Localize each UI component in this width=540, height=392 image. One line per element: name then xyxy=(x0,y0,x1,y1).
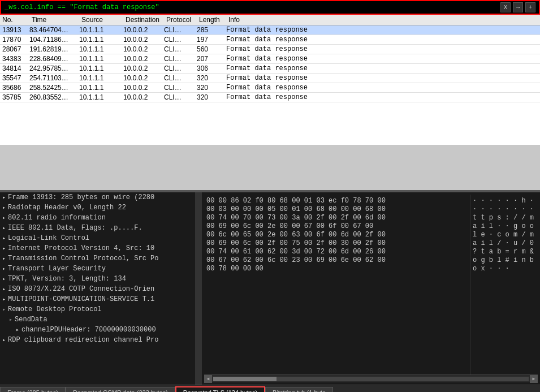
packet-details-panel: ▸Frame 13913: 285 bytes on wire (2280▸Ra… xyxy=(0,192,202,385)
ascii-line: o x · · · xyxy=(473,265,535,273)
expand-arrow: ▸ xyxy=(2,255,6,262)
status-tab[interactable]: Frame (285 bytes) xyxy=(0,387,66,392)
col-header-length: Length xyxy=(197,16,226,24)
expand-arrow: ▸ xyxy=(2,225,6,231)
packet-len: 306 xyxy=(197,64,226,72)
packet-dst: 10.0.0.2 xyxy=(123,64,164,72)
packet-row[interactable]: 17870 104.71186… 10.1.1.1 10.0.0.2 CLI… … xyxy=(0,35,540,45)
expand-arrow: ▸ xyxy=(2,235,6,242)
hex-line: 00 03 00 00 00 05 00 01 00 68 00 00 00 6… xyxy=(206,205,468,213)
packet-no: 13913 xyxy=(0,26,29,34)
detail-text: RDP clipboard redirection channel Pro xyxy=(8,336,158,344)
packet-row[interactable]: 34383 228.68409… 10.1.1.1 10.0.0.2 CLI… … xyxy=(0,54,540,64)
detail-item[interactable]: ▸Frame 13913: 285 bytes on wire (2280 xyxy=(0,192,195,203)
hex-bytes: 00 67 00 62 00 6c 00 23 00 69 00 6e 00 6… xyxy=(206,256,386,264)
horizontal-scrollbar[interactable]: ◀ ▶ xyxy=(204,374,538,382)
packet-src: 10.1.1.1 xyxy=(79,74,123,82)
packet-info: Format data response xyxy=(226,93,540,101)
packet-info: Format data response xyxy=(226,36,540,44)
hex-line: 00 67 00 62 00 6c 00 23 00 69 00 6e 00 6… xyxy=(206,256,468,264)
hex-bytes: 00 00 86 02 f0 80 68 00 01 03 ec f0 78 7… xyxy=(206,197,386,205)
scroll-track[interactable] xyxy=(213,377,529,381)
packet-time: 191.62819… xyxy=(29,45,79,53)
packet-row[interactable]: 35547 254.71103… 10.1.1.1 10.0.0.2 CLI… … xyxy=(0,74,540,83)
detail-item[interactable]: ▸ISO 8073/X.224 COTP Connection-Orien xyxy=(0,284,195,294)
hex-bytes: 00 03 00 00 00 05 00 01 00 68 00 00 00 6… xyxy=(206,205,386,213)
col-header-protocol: Protocol xyxy=(164,16,197,24)
packet-proto: CLI… xyxy=(164,45,197,53)
details-scrollbar[interactable] xyxy=(195,192,202,385)
packet-info: Format data response xyxy=(226,64,540,72)
packet-time: 242.95785… xyxy=(29,64,79,72)
detail-item[interactable]: ▸channelPDUHeader: 700000000030000 xyxy=(0,325,195,335)
hex-ascii-wrapper: 00 00 86 02 f0 80 68 00 01 03 ec f0 78 7… xyxy=(204,195,538,374)
hex-bytes: 00 69 00 6c 00 2e 00 00 67 00 6f 00 67 0… xyxy=(206,222,373,230)
detail-item[interactable]: ▸Internet Protocol Version 4, Src: 10 xyxy=(0,243,195,253)
packet-info: Format data response xyxy=(226,26,540,34)
col-header-time: Time xyxy=(29,16,79,24)
packet-len: 320 xyxy=(197,74,226,82)
detail-item[interactable]: ▸Transport Layer Security xyxy=(0,264,195,274)
packet-src: 10.1.1.1 xyxy=(79,93,123,101)
packet-row[interactable]: 28067 191.62819… 10.1.1.1 10.0.0.2 CLI… … xyxy=(0,45,540,54)
filter-arrow-button[interactable]: → xyxy=(513,2,523,12)
detail-item[interactable]: ▸TPKT, Version: 3, Length: 134 xyxy=(0,274,195,284)
packet-len: 197 xyxy=(197,36,226,44)
detail-text: Transmission Control Protocol, Src Po xyxy=(8,255,158,262)
packet-len: 320 xyxy=(197,93,226,101)
packet-dst: 10.0.0.2 xyxy=(123,26,164,34)
packet-proto: CLI… xyxy=(164,93,197,101)
packet-info: Format data response xyxy=(226,45,540,53)
packet-time: 260.83552… xyxy=(29,93,79,101)
packet-row[interactable]: 34814 242.95785… 10.1.1.1 10.0.0.2 CLI… … xyxy=(0,64,540,74)
hex-line: 00 74 00 61 00 62 00 3d 00 72 00 6d 00 2… xyxy=(206,248,468,256)
detail-text: IEEE 802.11 Data, Flags: .p....F. xyxy=(8,224,142,232)
packet-time: 104.71186… xyxy=(29,36,79,44)
scroll-left-arrow[interactable]: ◀ xyxy=(204,375,212,383)
packet-no: 28067 xyxy=(0,45,29,53)
packet-info: Format data response xyxy=(226,55,540,63)
packet-info: Format data response xyxy=(226,84,540,92)
ascii-line: o g b l # i n b xyxy=(473,256,535,264)
packet-proto: CLI… xyxy=(164,55,197,63)
packet-len: 285 xyxy=(197,26,226,34)
packet-rows-container: 13913 83.464704… 10.1.1.1 10.0.0.2 CLI… … xyxy=(0,25,540,102)
detail-item[interactable]: ▸Transmission Control Protocol, Src Po xyxy=(0,253,195,264)
col-header-no: No. xyxy=(0,16,29,24)
status-tab[interactable]: Decrypted CCMP data (223 bytes) xyxy=(66,387,175,392)
packet-time: 254.71103… xyxy=(29,74,79,82)
scroll-thumb[interactable] xyxy=(213,377,277,381)
detail-item[interactable]: ▸SendData xyxy=(0,315,195,325)
detail-item[interactable]: ▸IEEE 802.11 Data, Flags: .p....F. xyxy=(0,223,195,233)
packet-row[interactable]: 35785 260.83552… 10.1.1.1 10.0.0.2 CLI… … xyxy=(0,93,540,102)
packet-proto: CLI… xyxy=(164,84,197,92)
expand-arrow: ▸ xyxy=(2,286,6,292)
scroll-right-arrow[interactable]: ▶ xyxy=(530,375,538,383)
detail-item[interactable]: ▸MULTIPOINT-COMMUNICATION-SERVICE T.1 xyxy=(0,294,195,304)
detail-text: Frame 13913: 285 bytes on wire (2280 xyxy=(8,193,154,201)
hex-line: 00 00 86 02 f0 80 68 00 01 03 ec f0 78 7… xyxy=(206,197,468,205)
packet-dst: 10.0.0.2 xyxy=(123,36,164,44)
hex-bytes: 00 74 00 61 00 62 00 3d 00 72 00 6d 00 2… xyxy=(206,248,386,256)
detail-item[interactable]: ▸Radiotap Header v0, Length 22 xyxy=(0,203,195,213)
expand-arrow: ▸ xyxy=(9,316,12,323)
filter-expression: _ws.col.info == "Format data response" xyxy=(5,3,500,11)
filter-close-button[interactable]: X xyxy=(500,2,511,12)
filter-add-button[interactable]: + xyxy=(525,2,535,12)
hex-view: 00 00 86 02 f0 80 68 00 01 03 ec f0 78 7… xyxy=(202,192,540,385)
packet-row[interactable]: 13913 83.464704… 10.1.1.1 10.0.0.2 CLI… … xyxy=(0,25,540,35)
detail-item[interactable]: ▸Logical-Link Control xyxy=(0,233,195,243)
packet-row[interactable]: 35686 258.52425… 10.1.1.1 10.0.0.2 CLI… … xyxy=(0,83,540,93)
status-tab[interactable]: Decrypted TLS (134 bytes) xyxy=(175,386,265,393)
expand-arrow: ▸ xyxy=(2,337,6,343)
packet-proto: CLI… xyxy=(164,74,197,82)
detail-text: Internet Protocol Version 4, Src: 10 xyxy=(8,244,154,252)
detail-item[interactable]: ▸802.11 radio information xyxy=(0,213,195,223)
hex-bytes-column: 00 00 86 02 f0 80 68 00 01 03 ec f0 78 7… xyxy=(204,195,470,374)
expand-arrow: ▸ xyxy=(16,326,19,333)
packet-proto: CLI… xyxy=(164,26,197,34)
hex-ascii-column: · · · · · · h · · · · · x p ·· · · · · ·… xyxy=(470,195,538,374)
detail-item[interactable]: ▸Remote Desktop Protocol xyxy=(0,304,195,315)
status-tab[interactable]: Bitstring tvb (1 byte xyxy=(265,387,333,392)
detail-item[interactable]: ▸RDP clipboard redirection channel Pro xyxy=(0,335,195,345)
